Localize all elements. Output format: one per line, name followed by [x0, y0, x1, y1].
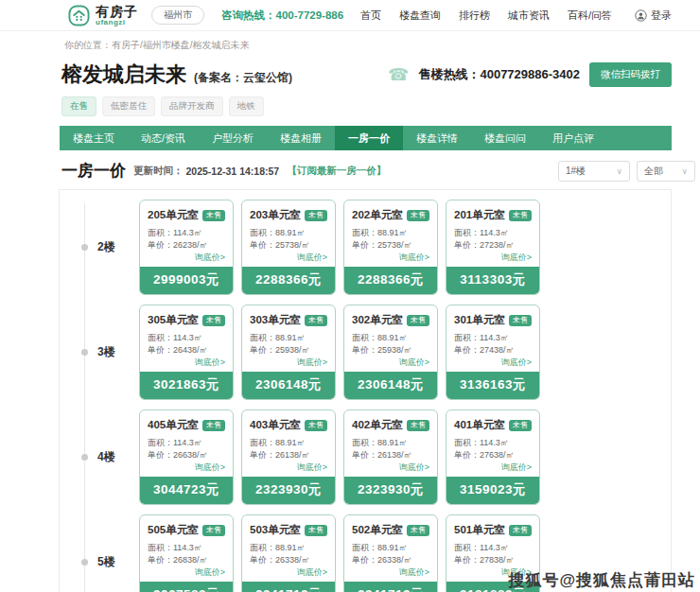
nav-item-2[interactable]: 排行榜 — [459, 9, 490, 23]
unit-card[interactable]: 505单元室 未售 面积：114.3㎡ 单价：26838/㎡ 询底价> 3067… — [139, 514, 234, 592]
tab-6[interactable]: 楼盘问问 — [471, 126, 539, 150]
nav-item-0[interactable]: 首页 — [360, 9, 381, 23]
unit-area: 面积：114.3㎡ — [148, 542, 225, 554]
unit-area: 面积：88.91㎡ — [250, 437, 327, 449]
unit-card[interactable]: 302单元室 未售 面积：88.91㎡ 单价：25938/㎡ 询底价> 2306… — [343, 305, 438, 400]
total-price[interactable]: 3136163元 — [446, 372, 539, 399]
tab-7[interactable]: 用户点评 — [539, 126, 607, 150]
total-price[interactable]: 2323930元 — [242, 477, 335, 504]
building-select-value: 1#楼 — [566, 165, 586, 178]
status-badge: 未售 — [202, 420, 225, 431]
unit-price-per-sqm: 单价：26438/㎡ — [148, 344, 225, 357]
consult-hotline: 咨询热线：400-7729-886 — [221, 9, 343, 23]
inquiry-link[interactable]: 询底价> — [148, 357, 225, 369]
unit-card[interactable]: 303单元室 未售 面积：88.91㎡ 单价：25938/㎡ 询底价> 2306… — [241, 305, 336, 400]
site-logo[interactable]: 有房子 ufangzi — [68, 5, 138, 26]
status-badge: 未售 — [202, 525, 225, 536]
tab-3[interactable]: 楼盘相册 — [267, 126, 335, 150]
wechat-call-button[interactable]: 微信扫码拨打 — [589, 62, 672, 87]
unit-cards: 505单元室 未售 面积：114.3㎡ 单价：26838/㎡ 询底价> 3067… — [139, 514, 540, 592]
login-button[interactable]: 登录 — [635, 9, 672, 23]
price-panel: 2楼 205单元室 未售 面积：114.3㎡ 单价：26238/㎡ 询底价> 2… — [59, 189, 672, 592]
unit-area: 面积：114.3㎡ — [454, 542, 532, 554]
unit-card-head: 301单元室 未售 — [454, 313, 532, 327]
house-logo-icon — [68, 5, 90, 26]
inquiry-link[interactable]: 询底价> — [352, 252, 429, 264]
total-price[interactable]: 2323930元 — [344, 477, 437, 504]
status-badge: 未售 — [202, 315, 225, 326]
unit-card[interactable]: 401单元室 未售 面积：114.3㎡ 单价：27638/㎡ 询底价> 3159… — [446, 409, 540, 505]
inquiry-link[interactable]: 询底价> — [352, 461, 429, 474]
tab-5[interactable]: 楼盘详情 — [403, 126, 471, 150]
top-header: 有房子 ufangzi 福州市 咨询热线：400-7729-886 首页楼盘查询… — [0, 0, 700, 31]
city-selector[interactable]: 福州市 — [151, 6, 204, 25]
inquiry-link[interactable]: 询底价> — [250, 357, 327, 369]
inquiry-link[interactable]: 询底价> — [250, 566, 327, 579]
tab-bar: 楼盘主页动态/资讯户型分析楼盘相册一房一价楼盘详情楼盘问问用户点评 — [60, 126, 672, 150]
total-price[interactable]: 2288366元 — [344, 267, 437, 294]
tab-2[interactable]: 户型分析 — [199, 126, 267, 150]
unit-card[interactable]: 305单元室 未售 面积：114.3㎡ 单价：26438/㎡ 询底价> 3021… — [139, 305, 234, 400]
inquiry-link[interactable]: 询底价> — [148, 461, 225, 474]
inquiry-link[interactable]: 询底价> — [250, 252, 327, 264]
unit-card[interactable]: 402单元室 未售 面积：88.91㎡ 单价：26138/㎡ 询底价> 2323… — [343, 409, 438, 505]
tab-0[interactable]: 楼盘主页 — [60, 126, 128, 150]
unit-card[interactable]: 301单元室 未售 面积：114.3㎡ 单价：27438/㎡ 询底价> 3136… — [446, 305, 540, 400]
status-badge: 未售 — [509, 315, 532, 326]
nav-item-3[interactable]: 城市资讯 — [508, 9, 550, 23]
total-price[interactable]: 2288366元 — [242, 267, 335, 294]
inquiry-link[interactable]: 询底价> — [148, 252, 225, 264]
unit-card[interactable]: 202单元室 未售 面积：88.91㎡ 单价：25738/㎡ 询底价> 2288… — [343, 200, 438, 295]
total-price[interactable]: 3021863元 — [140, 372, 233, 399]
inquiry-link[interactable]: 询底价> — [454, 461, 532, 474]
unit-card[interactable]: 403单元室 未售 面积：88.91㎡ 单价：26138/㎡ 询底价> 2323… — [241, 409, 336, 505]
total-price[interactable]: 2341712元 — [242, 582, 335, 592]
tab-4[interactable]: 一房一价 — [335, 126, 403, 150]
unit-area: 面积：114.3㎡ — [454, 227, 532, 239]
floor-label: 3楼 — [97, 344, 130, 360]
inquiry-link[interactable]: 询底价> — [352, 357, 429, 369]
unit-card[interactable]: 203单元室 未售 面积：88.91㎡ 单价：25738/㎡ 询底价> 2288… — [241, 200, 336, 295]
unit-card[interactable]: 205单元室 未售 面积：114.3㎡ 单价：26238/㎡ 询底价> 2999… — [139, 200, 234, 295]
nav-item-1[interactable]: 楼盘查询 — [399, 9, 441, 23]
unit-cards: 205单元室 未售 面积：114.3㎡ 单价：26238/㎡ 询底价> 2999… — [139, 200, 540, 295]
property-header: 榕发城启未来 (备案名：云玺公馆) ☎ 售楼热线：4007729886-3402… — [0, 57, 700, 89]
unit-name: 405单元室 — [148, 418, 199, 432]
inquiry-link[interactable]: 询底价> — [352, 566, 429, 579]
tab-1[interactable]: 动态/资讯 — [128, 126, 199, 150]
unit-card[interactable]: 201单元室 未售 面积：114.3㎡ 单价：27238/㎡ 询底价> 3113… — [446, 200, 540, 295]
unit-card[interactable]: 502单元室 未售 面积：88.91㎡ 单价：26338/㎡ 询底价> 2341… — [343, 514, 438, 592]
unit-card-head: 502单元室 未售 — [352, 523, 429, 537]
inquiry-link[interactable]: 询底价> — [250, 461, 327, 474]
inquiry-link[interactable]: 询底价> — [148, 566, 225, 579]
unit-card-body: 402单元室 未售 面积：88.91㎡ 单价：26138/㎡ 询底价> — [344, 410, 437, 475]
tag-row: 在售低密居住品牌开发商地铁 — [0, 89, 700, 122]
building-select[interactable]: 1#楼 ∨ — [558, 161, 630, 182]
unit-name: 403单元室 — [250, 418, 301, 432]
nav-item-4[interactable]: 百科/问答 — [568, 9, 612, 23]
subscribe-link[interactable]: 【订阅最新一房一价】 — [287, 165, 386, 178]
total-price[interactable]: 3113303元 — [446, 267, 539, 294]
total-price[interactable]: 2306148元 — [242, 372, 335, 399]
unit-card[interactable]: 405单元室 未售 面积：114.3㎡ 单价：26638/㎡ 询底价> 3044… — [139, 409, 234, 505]
total-price[interactable]: 2999003元 — [140, 267, 233, 294]
floor-row: 4楼 405单元室 未售 面积：114.3㎡ 单价：26638/㎡ 询底价> 3… — [60, 405, 671, 510]
total-price[interactable]: 2306148元 — [344, 372, 437, 399]
timeline-dot — [81, 349, 88, 356]
unit-name: 203单元室 — [250, 208, 301, 222]
unit-card-head: 303单元室 未售 — [250, 313, 327, 327]
inquiry-link[interactable]: 询底价> — [454, 357, 532, 369]
unit-card-body: 301单元室 未售 面积：114.3㎡ 单价：27438/㎡ 询底价> — [446, 305, 539, 370]
total-price[interactable]: 2341712元 — [344, 582, 437, 592]
unit-price-per-sqm: 单价：26638/㎡ — [148, 449, 225, 461]
chevron-down-icon: ∨ — [681, 166, 688, 176]
unit-price-per-sqm: 单价：26238/㎡ — [148, 239, 225, 252]
inquiry-link[interactable]: 询底价> — [454, 252, 532, 264]
filter-select[interactable]: 全部 ∨ — [637, 161, 695, 182]
unit-name: 202单元室 — [352, 208, 403, 222]
unit-card[interactable]: 503单元室 未售 面积：88.91㎡ 单价：26338/㎡ 询底价> 2341… — [241, 514, 336, 592]
sales-hotline: 售楼热线：4007729886-3402 — [418, 66, 580, 83]
total-price[interactable]: 3067583元 — [140, 582, 233, 592]
total-price[interactable]: 3044723元 — [140, 477, 233, 504]
total-price[interactable]: 3159023元 — [446, 477, 539, 504]
